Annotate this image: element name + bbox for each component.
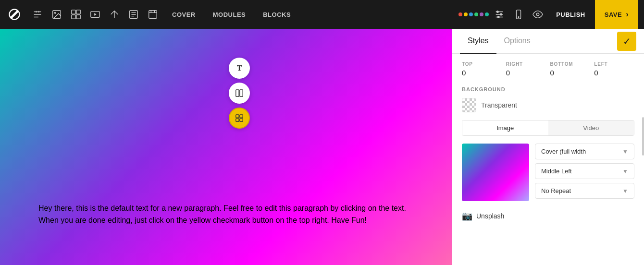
sliders-btn[interactable] <box>491 6 508 23</box>
panel-body: TOP 0 RIGHT 0 BOTTOM 0 LEFT 0 BACKGROUND <box>452 54 644 265</box>
padding-top-label: TOP <box>462 61 502 67</box>
svg-point-11 <box>500 13 502 15</box>
app-logo <box>6 6 23 23</box>
svg-rect-5 <box>76 15 80 19</box>
svg-point-10 <box>497 11 499 13</box>
padding-right-label: RIGHT <box>506 61 546 67</box>
scrollbar-thumb[interactable] <box>642 117 644 156</box>
svg-rect-17 <box>240 90 243 96</box>
cover-dropdown[interactable]: Cover (full width ▼ <box>535 144 634 159</box>
svg-rect-19 <box>240 115 243 118</box>
svg-point-12 <box>498 16 500 18</box>
video-tab[interactable]: Video <box>548 120 634 135</box>
padding-left-label: LEFT <box>594 61 634 67</box>
nav-cover[interactable]: COVER <box>163 0 204 29</box>
dot-blue <box>469 12 473 16</box>
padding-controls: TOP 0 RIGHT 0 BOTTOM 0 LEFT 0 <box>462 61 634 77</box>
position-dropdown[interactable]: Middle Left ▼ <box>535 163 634 179</box>
svg-rect-16 <box>236 90 239 96</box>
nav-blocks[interactable]: BLOCKS <box>254 0 299 29</box>
svg-rect-20 <box>236 119 239 121</box>
background-section-title: BACKGROUND <box>462 86 634 92</box>
dot-purple <box>480 12 483 16</box>
paragraph-text[interactable]: Hey there, this is the default text for … <box>38 202 423 227</box>
svg-point-14 <box>518 17 519 18</box>
panel-tabs: Styles Options ✓ <box>452 29 644 54</box>
svg-marker-7 <box>94 13 97 16</box>
svg-rect-4 <box>72 15 75 19</box>
save-button[interactable]: SAVE › <box>595 0 638 29</box>
scrollbar-track <box>641 54 644 265</box>
padding-right-field[interactable]: RIGHT 0 <box>506 61 546 77</box>
main-area: Hey there, this is the default text for … <box>0 29 644 265</box>
dot-red <box>458 12 462 16</box>
tab-options[interactable]: Options <box>496 29 538 54</box>
camera-icon: 📷 <box>462 211 472 221</box>
position-chevron-icon: ▼ <box>622 168 628 175</box>
svg-point-1 <box>54 12 56 13</box>
nav-modules[interactable]: MODULES <box>204 0 255 29</box>
transparent-label: Transparent <box>481 101 517 109</box>
svg-rect-2 <box>72 10 75 14</box>
confirm-button[interactable]: ✓ <box>617 32 636 51</box>
text-tool-btn[interactable] <box>29 6 46 23</box>
color-palette[interactable] <box>458 12 489 16</box>
right-panel: Styles Options ✓ TOP 0 RIGHT 0 BOTTOM 0 <box>452 29 644 265</box>
dot-green <box>474 12 478 16</box>
unsplash-label: Unsplash <box>476 212 504 220</box>
publish-button[interactable]: PUBLISH <box>548 6 593 23</box>
padding-top-field[interactable]: TOP 0 <box>462 61 502 77</box>
image-tab[interactable]: Image <box>462 120 548 135</box>
svg-rect-21 <box>240 119 243 121</box>
text-float-btn[interactable]: T <box>229 58 250 79</box>
svg-point-15 <box>536 13 539 16</box>
code-tool-btn[interactable] <box>144 6 161 23</box>
svg-rect-18 <box>236 115 239 118</box>
padding-bottom-field[interactable]: BOTTOM 0 <box>550 61 591 77</box>
padding-right-value[interactable]: 0 <box>506 69 546 77</box>
layout-float-btn[interactable] <box>229 83 250 104</box>
background-color-row: Transparent <box>462 98 634 112</box>
video-tool-btn[interactable] <box>87 6 104 23</box>
svg-rect-3 <box>76 10 80 14</box>
repeat-chevron-icon: ▼ <box>622 188 628 194</box>
image-tool-btn[interactable] <box>48 6 65 23</box>
padding-left-field[interactable]: LEFT 0 <box>594 61 634 77</box>
unsplash-button[interactable]: 📷 Unsplash <box>462 207 634 225</box>
dot-yellow <box>464 12 468 16</box>
float-buttons: T <box>229 58 250 129</box>
padding-bottom-label: BOTTOM <box>550 61 591 67</box>
svg-rect-9 <box>149 11 157 19</box>
main-nav: COVER MODULES BLOCKS <box>163 0 299 29</box>
padding-left-value[interactable]: 0 <box>594 69 634 77</box>
image-preview[interactable] <box>462 144 529 201</box>
toolbar: COVER MODULES BLOCKS PUBLISH SAVE › <box>0 0 644 29</box>
padding-top-value[interactable]: 0 <box>462 69 502 77</box>
gallery-tool-btn[interactable] <box>67 6 85 23</box>
image-section: Cover (full width ▼ Middle Left ▼ No Rep… <box>462 144 634 201</box>
mobile-preview-btn[interactable] <box>510 6 527 23</box>
preview-btn[interactable] <box>529 6 546 23</box>
dot-cyan <box>485 12 489 16</box>
transparent-swatch[interactable] <box>462 98 476 112</box>
padding-bottom-value[interactable]: 0 <box>550 69 591 77</box>
form-tool-btn[interactable] <box>125 6 142 23</box>
cover-chevron-icon: ▼ <box>622 148 628 155</box>
image-dropdowns: Cover (full width ▼ Middle Left ▼ No Rep… <box>535 144 634 199</box>
repeat-dropdown[interactable]: No Repeat ▼ <box>535 183 634 199</box>
arrow-tool-btn[interactable] <box>106 6 123 23</box>
media-type-tabs: Image Video <box>462 120 634 136</box>
canvas[interactable]: Hey there, this is the default text for … <box>0 29 452 265</box>
block-float-btn[interactable] <box>229 108 250 129</box>
tab-styles[interactable]: Styles <box>460 29 496 54</box>
save-chevron-icon: › <box>626 10 629 19</box>
